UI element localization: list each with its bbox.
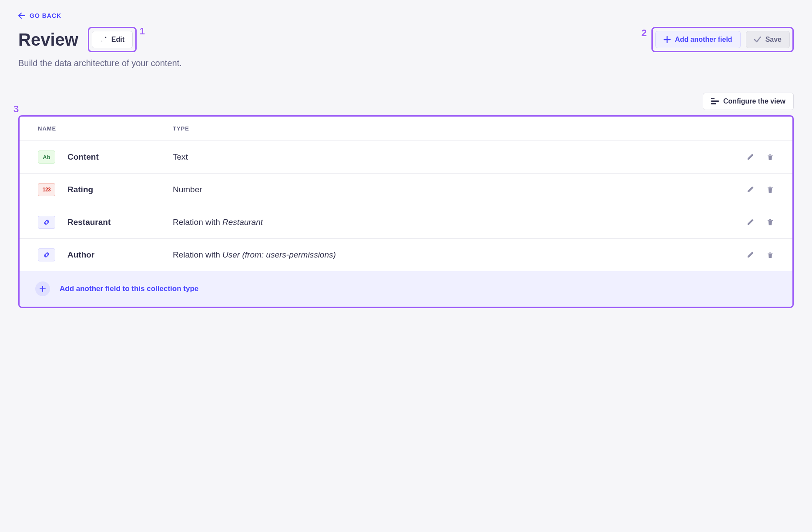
- table-body: Ab Content Text 123 Rating Number Restau…: [20, 141, 792, 271]
- page-subtitle: Build the data architecture of your cont…: [18, 58, 794, 68]
- fields-panel: NAME TYPE Ab Content Text 123 Rating Num…: [20, 117, 792, 271]
- column-header-name: NAME: [38, 125, 173, 132]
- edit-button-label: Edit: [111, 36, 124, 43]
- row-actions: [722, 153, 774, 161]
- field-type-cell: Relation with User (from: users-permissi…: [173, 250, 722, 260]
- field-name-cell: 123 Rating: [38, 183, 173, 196]
- layout-icon: [711, 98, 719, 105]
- row-actions: [722, 218, 774, 226]
- table-header: NAME TYPE: [20, 117, 792, 141]
- page-header: Review 1 Edit 2 Add another field Save: [18, 27, 794, 52]
- callout-actions: 2 Add another field Save: [651, 27, 794, 52]
- edit-field-button[interactable]: [746, 251, 754, 259]
- column-header-type: TYPE: [173, 125, 722, 132]
- delete-field-button[interactable]: [766, 153, 774, 161]
- svg-rect-2: [711, 103, 716, 104]
- callout-number-1: 1: [140, 26, 145, 37]
- callout-fields-panel: 3 NAME TYPE Ab Content Text 123 Rating N…: [18, 115, 794, 308]
- row-actions: [722, 186, 774, 194]
- go-back-link[interactable]: GO BACK: [18, 12, 61, 19]
- field-name: Restaurant: [67, 217, 111, 227]
- svg-rect-1: [711, 100, 719, 102]
- table-row: 123 Rating Number: [20, 174, 792, 206]
- field-type-cell: Relation with Restaurant: [173, 217, 722, 227]
- delete-field-button[interactable]: [766, 218, 774, 226]
- field-name-cell: Ab Content: [38, 151, 173, 164]
- callout-number-2: 2: [641, 27, 647, 39]
- field-type-icon: Ab: [38, 151, 55, 164]
- table-row: Ab Content Text: [20, 141, 792, 174]
- callout-edit: 1 Edit: [88, 27, 137, 52]
- column-header-actions: [722, 125, 774, 132]
- field-name-cell: Restaurant: [38, 216, 173, 229]
- add-field-footer[interactable]: Add another field to this collection typ…: [20, 271, 792, 307]
- delete-field-button[interactable]: [766, 251, 774, 259]
- add-field-button[interactable]: Add another field: [655, 31, 741, 48]
- page-title: Review: [18, 30, 78, 50]
- save-button-label: Save: [765, 36, 782, 43]
- edit-field-button[interactable]: [746, 153, 754, 161]
- delete-field-button[interactable]: [766, 186, 774, 194]
- check-icon: [754, 37, 761, 43]
- pencil-icon: [100, 36, 107, 43]
- table-row: Author Relation with User (from: users-p…: [20, 239, 792, 271]
- edit-button[interactable]: Edit: [92, 31, 133, 48]
- field-name: Rating: [67, 185, 93, 194]
- field-type-icon: 123: [38, 183, 55, 196]
- field-type-icon: [38, 248, 55, 261]
- field-name-cell: Author: [38, 248, 173, 261]
- configure-view-button[interactable]: Configure the view: [703, 93, 794, 110]
- add-field-footer-label: Add another field to this collection typ…: [60, 284, 198, 293]
- field-type-cell: Number: [173, 185, 722, 194]
- header-left: Review 1 Edit: [18, 27, 137, 52]
- add-field-label: Add another field: [675, 36, 732, 43]
- go-back-label: GO BACK: [30, 12, 61, 19]
- svg-rect-0: [711, 98, 715, 99]
- plus-circle-icon: [35, 281, 50, 296]
- configure-row: Configure the view: [18, 93, 794, 110]
- field-type-icon: [38, 216, 55, 229]
- fields-table: NAME TYPE Ab Content Text 123 Rating Num…: [20, 117, 792, 271]
- table-row: Restaurant Relation with Restaurant: [20, 206, 792, 239]
- row-actions: [722, 251, 774, 259]
- save-button[interactable]: Save: [746, 31, 790, 48]
- field-name: Author: [67, 250, 94, 260]
- field-type-cell: Text: [173, 152, 722, 162]
- arrow-left-icon: [18, 13, 25, 19]
- callout-number-3: 3: [13, 104, 19, 115]
- configure-view-label: Configure the view: [723, 97, 785, 105]
- edit-field-button[interactable]: [746, 186, 754, 194]
- field-name: Content: [67, 152, 99, 162]
- plus-icon: [664, 36, 671, 43]
- edit-field-button[interactable]: [746, 218, 754, 226]
